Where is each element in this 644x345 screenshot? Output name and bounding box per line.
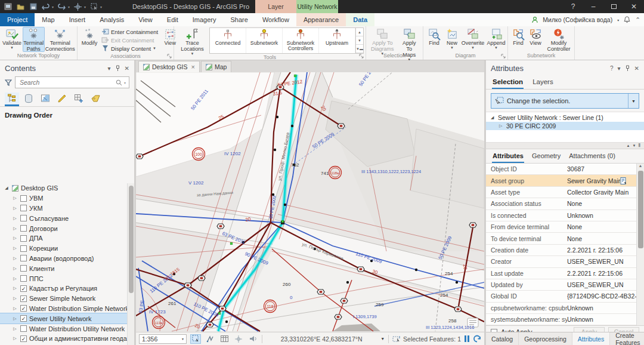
manhole-icon[interactable]: [338, 124, 345, 128]
contents-close-icon[interactable]: ✕: [125, 65, 129, 72]
layer-item-увм[interactable]: ▷УВМ: [0, 193, 127, 204]
search-dropdown-icon[interactable]: ▾: [124, 81, 126, 85]
ribbon-tab-map[interactable]: Map: [35, 13, 61, 26]
save-project-icon[interactable]: [29, 2, 38, 11]
dock-tab-attributes[interactable]: Attributes: [572, 332, 610, 345]
undo-icon[interactable]: [41, 2, 50, 11]
enter-containment-button[interactable]: Enter Containment: [100, 27, 159, 36]
layer-item-sewer-utility-network[interactable]: ▷✓Sewer Utility Network: [0, 313, 127, 324]
expand-icon[interactable]: ▷: [12, 206, 18, 211]
manhole-icon[interactable]: [219, 306, 226, 311]
terminal-connections-button[interactable]: Terminal Connections: [45, 27, 75, 52]
display-content-button[interactable]: Display Content ▼: [100, 44, 159, 53]
layer-item-ппс[interactable]: ▷ППС: [0, 273, 127, 284]
manhole-icon[interactable]: [317, 289, 324, 294]
layer-visibility-checkbox[interactable]: [20, 215, 27, 221]
undo-dropdown-icon[interactable]: ▾: [52, 5, 54, 9]
expand-icon[interactable]: ▷: [12, 296, 18, 301]
collapse-ribbon-icon[interactable]: ⌃: [635, 16, 640, 23]
manhole-icon[interactable]: [206, 322, 213, 327]
layer-visibility-checkbox[interactable]: [20, 225, 27, 232]
layer-item-аварии-водопровод[interactable]: ▷Аварии (водопровод): [0, 254, 127, 264]
close-tab-icon[interactable]: ×: [191, 63, 195, 70]
map-canvas[interactable]: 100118a118113a 63 PE 201231,550 PE 20112…: [136, 72, 484, 332]
attribute-table-scrollbar[interactable]: ▲: [636, 164, 644, 325]
manhole-icon[interactable]: [184, 283, 191, 288]
contents-scrollbar[interactable]: [127, 183, 134, 345]
gallery-expand-icon[interactable]: ▼▬: [356, 45, 363, 53]
dock-tab-create-features[interactable]: Create Features: [610, 332, 644, 345]
contents-pin-icon[interactable]: [115, 65, 120, 72]
new-project-icon[interactable]: [4, 2, 13, 11]
coordinate-readout[interactable]: 23,3310226°E 42,6383217°N: [266, 335, 377, 343]
layer-visibility-checkbox[interactable]: ✓: [20, 335, 27, 342]
maximize-button[interactable]: [603, 0, 624, 13]
attribute-field-value[interactable]: None: [567, 235, 636, 242]
ribbon-tab-analysis[interactable]: Analysis: [92, 13, 131, 26]
gallery-scroll-up-icon[interactable]: ▲: [356, 28, 363, 36]
manhole-icon[interactable]: [469, 223, 476, 227]
selected-features-count[interactable]: Selected Features: 1: [403, 335, 461, 343]
subtab-attachments-0[interactable]: Attachments (0): [568, 151, 616, 163]
contents-menu-icon[interactable]: ▾: [108, 65, 111, 72]
subtab-attributes[interactable]: Attributes: [492, 151, 524, 163]
apply-to-diagrams-button[interactable]: Apply To Diagrams ▼: [368, 27, 397, 52]
manhole-icon[interactable]: [454, 307, 462, 312]
layer-visibility-checkbox[interactable]: [20, 245, 27, 252]
append-diagram-button[interactable]: Append ▼: [485, 27, 507, 52]
scale-combobox[interactable]: 1:356 ▾: [139, 334, 187, 344]
ribbon-tab-appearance[interactable]: Appearance: [296, 13, 346, 26]
layer-item-общи-и-административни-геоданни[interactable]: ▷✓Общи и административни геоданни: [0, 334, 127, 344]
scale-dropdown-icon[interactable]: ▾: [182, 337, 184, 341]
contents-search-box[interactable]: ▾: [15, 76, 129, 88]
manhole-icon[interactable]: [217, 224, 224, 229]
trace-locations-button[interactable]: Trace Locations ▼: [176, 27, 209, 52]
expand-icon[interactable]: ▷: [12, 316, 18, 321]
manhole-icon[interactable]: [136, 154, 143, 159]
layer-item-desktop-gis[interactable]: ◢Desktop GIS: [0, 183, 127, 193]
expand-icon[interactable]: ▷: [12, 306, 18, 311]
manhole-icon[interactable]: [335, 315, 342, 319]
snapping-toggle-icon[interactable]: [205, 334, 215, 344]
open-project-icon[interactable]: [16, 2, 25, 11]
tools-dialog-launcher-icon[interactable]: [359, 54, 364, 59]
attribute-field-value[interactable]: None: [567, 223, 636, 230]
attribute-field-value[interactable]: USER_SEWER_UN: [567, 281, 636, 288]
open-table-icon[interactable]: [219, 334, 230, 344]
attributes-close-icon[interactable]: ✕: [634, 65, 639, 72]
layer-visibility-checkbox[interactable]: [20, 275, 27, 282]
tab-selection[interactable]: Selection: [492, 76, 524, 89]
attribute-field-value[interactable]: 30687: [567, 165, 636, 172]
expand-icon[interactable]: ▷: [12, 286, 18, 291]
list-by-selection-icon[interactable]: [38, 93, 52, 106]
attribute-field-value[interactable]: USER_SEWER_UN: [567, 258, 636, 265]
associations-dialog-launcher-icon[interactable]: [167, 54, 172, 59]
notifications-toggle-icon[interactable]: [247, 334, 258, 344]
layer-item-water-distribution-utility-network[interactable]: ▷Water Distribution Utility Network: [0, 324, 127, 334]
subtab-geometry[interactable]: Geometry: [531, 151, 561, 163]
filter-funnel-icon[interactable]: [5, 79, 12, 86]
attribute-field-value[interactable]: {87124D9C-BCD2-4B32-B987-284F97: [567, 292, 636, 300]
layer-item-укм[interactable]: ▷УКМ: [0, 204, 127, 214]
layer-visibility-checkbox[interactable]: [20, 235, 27, 242]
select-tool-qat-icon[interactable]: [89, 2, 98, 11]
modify-associations-button[interactable]: Modify: [79, 27, 100, 52]
dock-tab-catalog[interactable]: Catalog: [486, 332, 519, 345]
expand-icon[interactable]: ▷: [499, 124, 504, 128]
change-selection-button[interactable]: Change the selection. ▼: [491, 93, 639, 109]
collapse-icon[interactable]: ◢: [491, 115, 496, 120]
gallery-item-subnetwork[interactable]: Subnetwork: [246, 28, 283, 53]
manhole-icon[interactable]: [198, 276, 205, 281]
list-by-data-source-icon[interactable]: [21, 93, 36, 106]
view-tab-desktop-gis[interactable]: Desktop GIS×: [138, 61, 200, 72]
refresh-icon[interactable]: [473, 335, 481, 343]
validate-button[interactable]: Validate ▼: [2, 27, 22, 52]
qat-customize-icon[interactable]: ▾: [100, 5, 102, 9]
splitter-down-icon[interactable]: ▼: [633, 144, 636, 147]
attributes-help-icon[interactable]: ?: [610, 65, 614, 72]
attribute-field-value[interactable]: 2.2.2021 г. 22:15:06: [567, 247, 636, 254]
attribute-field-value[interactable]: Unknown: [567, 304, 636, 312]
attribute-field-value[interactable]: 2.2.2021 г. 22:15:06: [567, 270, 636, 277]
help-button[interactable]: ?: [563, 0, 583, 13]
selection-tool-toggle-icon[interactable]: [190, 334, 201, 344]
